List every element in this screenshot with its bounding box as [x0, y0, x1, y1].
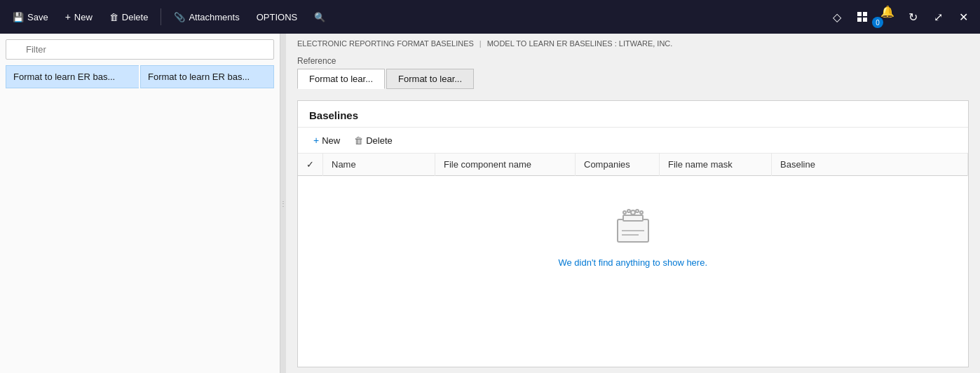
baselines-toolbar: + New 🗑 Delete [298, 128, 968, 154]
right-panel: ELECTRONIC REPORTING FORMAT BASELINES | … [286, 34, 980, 373]
options-button[interactable]: OPTIONS [250, 8, 305, 27]
col-companies: Companies [576, 154, 660, 176]
toolbar-divider [161, 8, 161, 25]
delete-icon: 🗑 [109, 12, 118, 22]
notification-container: 🔔 0 [876, 0, 899, 34]
svg-rect-2 [857, 18, 862, 22]
svg-rect-0 [857, 12, 862, 16]
col-name: Name [323, 154, 435, 176]
ref-tab-0[interactable]: Format to lear... [297, 69, 385, 89]
data-table: ✓ Name File component name Companies Fil… [298, 154, 968, 296]
diamond-icon-btn: ◇ [826, 6, 848, 28]
attachments-button[interactable]: 📎 Attachments [167, 8, 246, 27]
paperclip-icon: 📎 [174, 12, 185, 22]
svg-point-8 [636, 210, 639, 212]
list-items: Format to learn ER bas... Format to lear… [6, 65, 274, 88]
title-bar: 💾 Save + New 🗑 Delete 📎 Attachments OPTI… [0, 0, 980, 34]
baselines-table: ✓ Name File component name Companies Fil… [298, 154, 968, 367]
col-check: ✓ [298, 154, 323, 176]
breadcrumb-separator: | [479, 39, 482, 48]
trash-icon: 🗑 [354, 135, 363, 146]
empty-state: We didn't find anything to show here. [298, 176, 968, 296]
ref-tab-1[interactable]: Format to lear... [386, 69, 474, 89]
breadcrumb-part2: MODEL TO LEARN ER BASELINES : LITWARE, I… [487, 39, 673, 48]
empty-state-row: We didn't find anything to show here. [298, 176, 968, 297]
main-layout: 🔍 Format to learn ER bas... Format to le… [0, 34, 980, 373]
delete-button[interactable]: 🗑 Delete [102, 8, 156, 27]
save-button[interactable]: 💾 Save [6, 8, 55, 27]
col-file-name-mask: File name mask [660, 154, 772, 176]
svg-rect-5 [623, 215, 643, 221]
svg-point-7 [627, 210, 630, 212]
list-item-col2[interactable]: Format to learn ER bas... [140, 65, 274, 88]
list-item-col1[interactable]: Format to learn ER bas... [6, 65, 139, 88]
plus-icon: + [313, 135, 319, 146]
search-button[interactable]: 🔍 [307, 8, 332, 27]
col-file-component-name: File component name [435, 154, 576, 176]
left-panel: 🔍 Format to learn ER bas... Format to le… [0, 34, 280, 373]
office-icon-btn [851, 6, 873, 28]
table-header-row: ✓ Name File component name Companies Fil… [298, 154, 968, 176]
popout-icon-btn[interactable]: ⤢ [927, 6, 949, 28]
reference-label: Reference [297, 56, 969, 66]
svg-point-10 [640, 211, 643, 214]
baselines-title: Baselines [298, 101, 968, 128]
content-area: Baselines + New 🗑 Delete [286, 95, 980, 373]
baselines-new-button[interactable]: + New [309, 132, 344, 149]
empty-state-text: We didn't find anything to show here. [558, 257, 707, 268]
svg-rect-1 [863, 12, 867, 16]
breadcrumb: ELECTRONIC REPORTING FORMAT BASELINES | … [286, 34, 980, 53]
col-baseline: Baseline [772, 154, 968, 176]
notification-badge: 0 [872, 17, 883, 28]
empty-state-icon [611, 204, 655, 249]
refresh-icon-btn[interactable]: ↻ [901, 6, 924, 28]
svg-rect-3 [863, 18, 867, 22]
search-icon: 🔍 [314, 12, 325, 22]
resize-handle[interactable]: ⋮ [280, 34, 286, 373]
filter-container: 🔍 [6, 39, 274, 60]
filter-input[interactable] [6, 39, 274, 60]
reference-section: Reference Format to lear... Format to le… [286, 53, 980, 95]
list-item[interactable]: Format to learn ER bas... Format to lear… [6, 65, 274, 88]
new-button[interactable]: + New [58, 7, 100, 27]
svg-point-9 [623, 211, 626, 214]
breadcrumb-part1: ELECTRONIC REPORTING FORMAT BASELINES [297, 39, 474, 48]
baselines-delete-button[interactable]: 🗑 Delete [350, 133, 397, 149]
plus-icon: + [65, 11, 71, 22]
reference-tabs: Format to lear... Format to lear... [297, 69, 969, 89]
close-button[interactable]: ✕ [952, 6, 974, 28]
baselines-card: Baselines + New 🗑 Delete [297, 100, 969, 367]
svg-point-6 [631, 210, 635, 215]
save-icon: 💾 [13, 12, 24, 22]
